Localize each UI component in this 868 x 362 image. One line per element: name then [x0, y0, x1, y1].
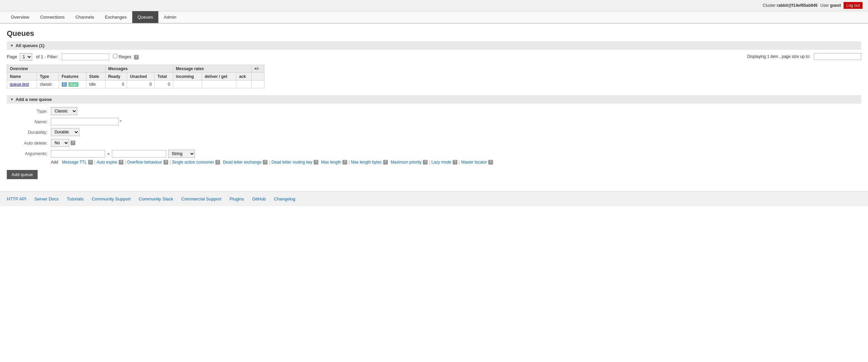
max-length-bytes-help[interactable]: ? [383, 160, 388, 165]
footer-community-slack[interactable]: Community Slack [139, 196, 173, 201]
auto-delete-select[interactable]: No Yes [51, 139, 69, 147]
regex-checkbox[interactable] [113, 54, 117, 58]
table-row: queue.test classic D Args Idle 0 0 0 [7, 81, 264, 88]
page-title: Queues [7, 29, 861, 38]
arg-link-overflow-behaviour[interactable]: Overflow behaviour [127, 160, 162, 165]
of-label [34, 54, 35, 59]
name-input[interactable] [51, 118, 119, 125]
nav-exchanges[interactable]: Exchanges [99, 11, 132, 23]
add-arg-label: Add [51, 160, 58, 165]
single-active-help[interactable]: ? [215, 160, 220, 165]
auto-expire-help[interactable]: ? [119, 160, 123, 165]
footer-community-support[interactable]: Community Support [92, 196, 131, 201]
add-queue-header-label: Add a new queue [16, 97, 52, 102]
arg-link-lazy-mode[interactable]: Lazy mode [431, 160, 451, 165]
all-queues-section: Page 1 of 1 - Filter: Regex ? Displaying… [7, 53, 861, 88]
table-col-header-row: Name Type Features State Ready Unacked T… [7, 73, 264, 81]
arg-link-auto-expire[interactable]: Auto expire [97, 160, 117, 165]
overflow-help[interactable]: ? [163, 160, 168, 165]
type-row: Type: Classic Quorum Stream [7, 107, 861, 115]
arg-link-dead-letter-exchange[interactable]: Dead letter exchange [223, 160, 261, 165]
footer-github[interactable]: GitHub [252, 196, 266, 201]
footer-plugins[interactable]: Plugins [230, 196, 244, 201]
add-queue-button[interactable]: Add queue [7, 170, 38, 179]
filter-label: - Filter: [44, 54, 58, 59]
queue-name-link[interactable]: queue.test [10, 82, 29, 87]
dead-letter-routing-key-help[interactable]: ? [314, 160, 318, 165]
lazy-mode-help[interactable]: ? [453, 160, 457, 165]
col-total: Total [155, 73, 173, 81]
footer-commercial-support[interactable]: Commercial Support [181, 196, 222, 201]
arg-value-input[interactable] [112, 150, 166, 157]
feature-d-badge: D [62, 82, 67, 87]
display-text: Displaying 1 item , page size up to: [747, 54, 810, 59]
cluster-info: Cluster rabbit@f14ef65ab945 [763, 3, 817, 8]
row-name[interactable]: queue.test [7, 81, 37, 88]
row-features: D Args [59, 81, 86, 88]
name-row: Name: * [7, 118, 861, 125]
arguments-row: Arguments: = String Number Boolean Add M… [7, 150, 861, 165]
dead-letter-exchange-help[interactable]: ? [263, 160, 268, 165]
group-plus-minus[interactable]: +/- [251, 65, 264, 73]
arg-link-max-length[interactable]: Max length [321, 160, 341, 165]
add-queue-section-header[interactable]: ▼ Add a new queue [7, 95, 861, 104]
nav-connections[interactable]: Connections [35, 11, 70, 23]
all-queues-header-label: All queues (1) [16, 43, 44, 48]
arg-link-max-length-bytes[interactable]: Max length bytes [351, 160, 382, 165]
filter-input[interactable] [62, 54, 109, 60]
arg-link-master-locator[interactable]: Master locator [461, 160, 487, 165]
message-ttl-help[interactable]: ? [88, 160, 93, 165]
auto-delete-help[interactable]: ? [71, 141, 75, 145]
equals-sign: = [107, 151, 110, 156]
arguments-label: Arguments: [7, 150, 47, 156]
col-type: Type [37, 73, 59, 81]
col-empty [251, 73, 264, 81]
footer: HTTP API Server Docs Tutorials Community… [0, 191, 868, 206]
durability-select[interactable]: Durable Transient [51, 128, 79, 136]
of-text: of 1 [36, 54, 43, 59]
add-queue-collapse-icon: ▼ [10, 98, 14, 101]
user-info: User guest [820, 3, 841, 8]
type-select[interactable]: Classic Quorum Stream [51, 107, 77, 115]
args-inputs-container: = String Number Boolean Add Message TTL … [51, 150, 493, 165]
footer-http-api[interactable]: HTTP API [7, 196, 26, 201]
arg-link-maximum-priority[interactable]: Maximum priority [391, 160, 421, 165]
page-select[interactable]: 1 [20, 53, 32, 61]
nav-queues[interactable]: Queues [132, 11, 159, 23]
group-message-rates: Message rates [173, 65, 251, 73]
arg-link-message-ttl[interactable]: Message TTL [62, 160, 87, 165]
feature-args-badge[interactable]: Args [68, 82, 78, 87]
group-overview: Overview [7, 65, 105, 73]
auto-delete-label-text: Auto delete: [24, 141, 47, 146]
master-locator-help[interactable]: ? [488, 160, 493, 165]
add-queue-form: Type: Classic Quorum Stream Name: * Dura… [7, 107, 861, 179]
col-state: State [86, 73, 105, 81]
row-state: Idle [86, 81, 105, 88]
required-indicator: * [120, 119, 121, 124]
col-name: Name [7, 73, 37, 81]
page-size-input[interactable]: 100 [814, 53, 861, 60]
row-type: classic [37, 81, 59, 88]
arg-key-input[interactable] [51, 150, 105, 157]
footer-server-docs[interactable]: Server Docs [35, 196, 59, 201]
footer-tutorials[interactable]: Tutorials [67, 196, 83, 201]
arg-link-dead-letter-routing-key[interactable]: Dead letter routing key [272, 160, 313, 165]
nav-channels[interactable]: Channels [70, 11, 99, 23]
footer-changelog[interactable]: Changelog [274, 196, 295, 201]
table-group-header-row: Overview Messages Message rates +/- [7, 65, 264, 73]
col-ack: ack [236, 73, 252, 81]
user-label: User [820, 3, 829, 8]
arg-type-select[interactable]: String Number Boolean [168, 150, 195, 158]
name-label: Name: [7, 119, 47, 124]
row-unacked: 0 [127, 81, 155, 88]
group-messages: Messages [105, 65, 173, 73]
logout-button[interactable]: Log out [844, 2, 863, 9]
help-regex[interactable]: ? [134, 55, 139, 60]
arg-link-single-active-consumer[interactable]: Single active consumer [172, 160, 214, 165]
durability-row: Durability: Durable Transient [7, 128, 861, 136]
all-queues-section-header[interactable]: ▼ All queues (1) [7, 41, 861, 50]
nav-overview[interactable]: Overview [5, 11, 35, 23]
maximum-priority-help[interactable]: ? [423, 160, 428, 165]
max-length-help[interactable]: ? [342, 160, 347, 165]
nav-admin[interactable]: Admin [158, 11, 182, 23]
